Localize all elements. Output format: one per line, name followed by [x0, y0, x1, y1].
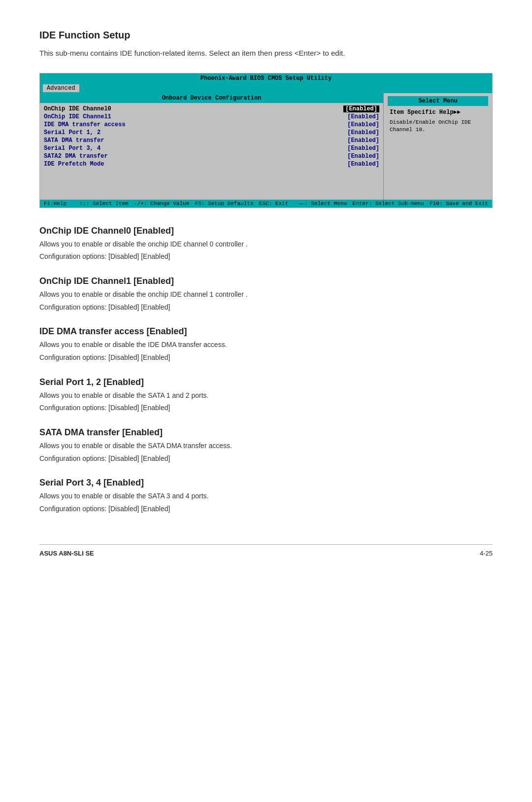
bios-item-name-1: OnChip IDE Channel1	[44, 113, 111, 120]
bios-item-name-6: SATA2 DMA transfer	[44, 153, 108, 160]
section-desc-1: Allows you to enable or disable the onch…	[39, 289, 493, 300]
bios-footer-esc: ESC: Exit →←: Select Menu	[259, 201, 347, 207]
bios-item-4[interactable]: SATA DMA transfer [Enabled]	[44, 137, 379, 144]
section-options-1: Configuration options: [Disabled] [Enabl…	[39, 302, 493, 313]
page-footer: ASUS A8N-SLI SE 4-25	[39, 544, 493, 557]
section-title-4: SATA DMA transfer [Enabled]	[39, 427, 493, 438]
bios-item-2[interactable]: IDE DMA transfer access [Enabled]	[44, 121, 379, 129]
footer-brand: ASUS A8N-SLI SE	[39, 550, 94, 557]
bios-footer-f1: F1:Help ↑↓: Select Item	[44, 201, 129, 207]
bios-item-name-0: OnChip IDE Channel0	[44, 105, 111, 112]
bios-item-3[interactable]: Serial Port 1, 2 [Enabled]	[44, 129, 379, 137]
footer-page: 4-25	[480, 550, 493, 557]
bios-help-panel: Select Menu Item Specific Help►► Disable…	[384, 93, 492, 200]
bios-footer-change: -/+: Change Value	[134, 201, 189, 207]
bios-item-name-2: IDE DMA transfer access	[44, 121, 126, 128]
bios-item-value-7: [Enabled]	[347, 161, 379, 168]
section-options-4: Configuration options: [Disabled] [Enabl…	[39, 453, 493, 464]
bios-footer-enter: Enter: Select Sub-menu	[352, 201, 424, 207]
section-desc-3: Allows you to enable or disable the SATA…	[39, 390, 493, 401]
bios-menu-advanced[interactable]: Advanced	[43, 84, 79, 92]
bios-help-text: Disable/Enable OnChip IDE Channel 10.	[390, 119, 486, 134]
section-title-1: OnChip IDE Channel1 [Enabled]	[39, 276, 493, 286]
section-title-3: Serial Port 1, 2 [Enabled]	[39, 377, 493, 387]
bios-footer-f10: F10: Save and Exit	[430, 201, 488, 207]
section-options-2: Configuration options: [Disabled] [Enabl…	[39, 352, 493, 363]
bios-item-name-5: Serial Port 3, 4	[44, 145, 100, 152]
bios-item-name-4: SATA DMA transfer	[44, 137, 104, 144]
section-desc-4: Allows you to enable or disable the SATA…	[39, 441, 493, 452]
section-title-0: OnChip IDE Channel0 [Enabled]	[39, 226, 493, 236]
section-desc-0: Allows you to enable or disable the onch…	[39, 239, 493, 250]
section-title-2: IDE DMA transfer access [Enabled]	[39, 326, 493, 337]
bios-main-panel: Onboard Device Configuration OnChip IDE …	[40, 93, 384, 200]
bios-item-value-6: [Enabled]	[347, 153, 379, 160]
section-title-5: Serial Port 3, 4 [Enabled]	[39, 478, 493, 488]
section-options-0: Configuration options: [Disabled] [Enabl…	[39, 251, 493, 262]
intro-text: This sub-menu contains IDE function-rela…	[39, 48, 493, 59]
bios-item-name-3: Serial Port 1, 2	[44, 129, 100, 136]
bios-item-6[interactable]: SATA2 DMA transfer [Enabled]	[44, 152, 379, 160]
bios-item-value-3: [Enabled]	[347, 129, 379, 136]
bios-content-area: Onboard Device Configuration OnChip IDE …	[40, 93, 492, 200]
bios-item-0[interactable]: OnChip IDE Channel0 [Enabled]	[44, 105, 379, 113]
bios-screen: Phoenix-Award BIOS CMOS Setup Utility Ad…	[39, 73, 493, 208]
bios-help-title: Item Specific Help►►	[390, 109, 486, 116]
bios-item-value-4: [Enabled]	[347, 137, 379, 144]
bios-title-bar: Phoenix-Award BIOS CMOS Setup Utility	[40, 73, 492, 83]
section-options-5: Configuration options: [Disabled] [Enabl…	[39, 504, 493, 515]
bios-section-header: Onboard Device Configuration	[40, 93, 383, 103]
bios-item-value-0: [Enabled]	[343, 105, 379, 112]
bios-item-value-2: [Enabled]	[347, 121, 379, 128]
bios-item-name-7: IDE Prefetch Mode	[44, 161, 104, 168]
bios-item-value-1: [Enabled]	[347, 113, 379, 120]
bios-help-header: Select Menu	[388, 96, 488, 106]
bios-footer: F1:Help ↑↓: Select Item -/+: Change Valu…	[40, 200, 492, 208]
bios-item-value-5: [Enabled]	[347, 145, 379, 152]
bios-item-7[interactable]: IDE Prefetch Mode [Enabled]	[44, 160, 379, 168]
section-desc-5: Allows you to enable or disable the SATA…	[39, 491, 493, 502]
page-title: IDE Function Setup	[39, 30, 493, 41]
section-desc-2: Allows you to enable or disable the IDE …	[39, 340, 493, 350]
doc-sections: OnChip IDE Channel0 [Enabled] Allows you…	[39, 226, 493, 515]
bios-footer-f5: F5: Setup Defaults	[195, 201, 254, 207]
bios-items-list: OnChip IDE Channel0 [Enabled] OnChip IDE…	[40, 103, 383, 170]
bios-item-1[interactable]: OnChip IDE Channel1 [Enabled]	[44, 113, 379, 121]
bios-item-5[interactable]: Serial Port 3, 4 [Enabled]	[44, 144, 379, 152]
bios-menu-bar: Advanced	[40, 83, 492, 93]
bios-spacer	[40, 170, 383, 200]
section-options-3: Configuration options: [Disabled] [Enabl…	[39, 403, 493, 414]
